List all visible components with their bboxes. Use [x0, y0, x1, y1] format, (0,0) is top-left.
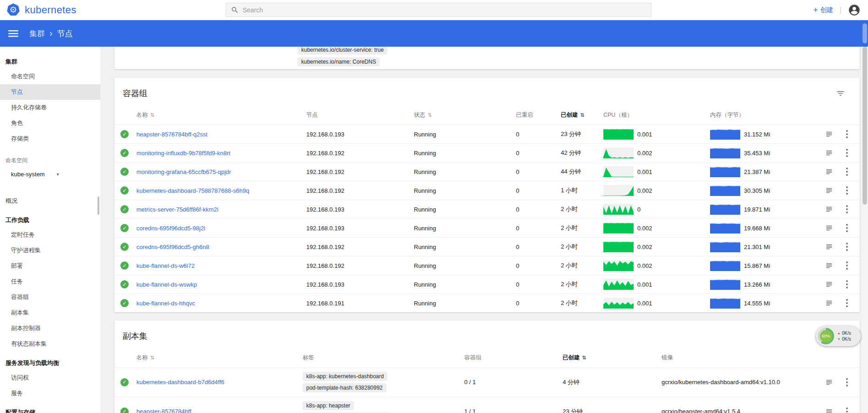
scrollbar-thumb-top[interactable]	[863, 23, 867, 43]
sidebar-item-persistent-volumes-label: 持久化存储卷	[11, 104, 47, 111]
sidebar-item-persistent-volumes[interactable]: 持久化存储卷	[0, 100, 100, 115]
logs-icon[interactable]	[825, 186, 833, 195]
top-header: kubernetes + 创建 |	[0, 0, 868, 20]
status-ok-icon: ✓	[120, 205, 129, 213]
resource-name-link[interactable]: coredns-695f96dcd5-98j2l	[136, 225, 205, 232]
pod-node: 192.168.0.191	[304, 300, 412, 307]
row-menu-icon[interactable]	[844, 279, 850, 289]
sidebar-item-nodes[interactable]: 节点	[0, 84, 100, 100]
row-menu-icon[interactable]	[844, 148, 850, 158]
row-menu-icon[interactable]	[844, 223, 850, 233]
sidebar-item-deployments[interactable]: 部署	[0, 258, 100, 274]
memory-sparkline	[710, 241, 740, 252]
resource-name-link[interactable]: kube-flannel-ds-wswkp	[136, 281, 197, 288]
column-header-label: 镜像	[662, 354, 673, 362]
sidebar-item-jobs[interactable]: 任务	[0, 274, 100, 289]
logs-icon[interactable]	[825, 378, 833, 386]
pod-age: 23 分钟	[559, 130, 602, 138]
resource-name-link[interactable]: kubernetes-dashboard-7588787688-s6h9q	[136, 187, 249, 194]
breadcrumb-parent[interactable]: 集群	[29, 28, 45, 39]
sort-arrows-icon: ⇅	[150, 355, 154, 361]
replicaset-pods: 1 / 1	[462, 408, 561, 413]
network-speed-widget[interactable]: 60% ▲ 0K/s ▼ 0K/s	[816, 326, 861, 346]
cpu-value: 0.002	[637, 262, 652, 269]
filter-icon[interactable]	[836, 89, 845, 98]
sidebar-item-stateful-sets[interactable]: 有状态副本集	[0, 336, 100, 352]
status-ok-icon: ✓	[120, 186, 129, 195]
page-scrollbar[interactable]	[862, 47, 868, 413]
resource-name-link[interactable]: metrics-server-75d6ff86f-kkm2l	[136, 206, 218, 213]
row-menu-icon[interactable]	[844, 242, 850, 252]
sidebar-item-namespaces[interactable]: 命名空间	[0, 69, 100, 84]
row-menu-icon[interactable]	[844, 129, 850, 139]
resource-name-link[interactable]: heapster-8576784bff-q2sst	[136, 131, 207, 138]
logs-icon[interactable]	[825, 224, 833, 232]
sidebar-item-nodes-label: 节点	[11, 88, 23, 95]
column-header: 已重启	[514, 111, 559, 119]
download-rate: 0K/s	[842, 337, 851, 342]
column-header[interactable]: 状态⇅	[412, 111, 514, 119]
sidebar-scrollbar-thumb[interactable]	[98, 196, 99, 215]
create-button[interactable]: + 创建	[813, 6, 833, 14]
logs-icon[interactable]	[825, 261, 833, 270]
status-ok-icon: ✓	[120, 224, 129, 232]
sidebar-item-cron-jobs[interactable]: 定时任务	[0, 227, 100, 243]
logs-icon[interactable]	[825, 299, 833, 307]
logs-icon[interactable]	[825, 280, 833, 288]
sidebar-item-pods[interactable]: 容器组	[0, 289, 100, 305]
resource-name-link[interactable]: kube-flannel-ds-w6l72	[136, 262, 195, 269]
row-menu-icon[interactable]	[844, 377, 850, 387]
resource-name-link[interactable]: monitoring-influxdb-9b78f5fd9-kn8rt	[136, 150, 230, 157]
column-header-label: 已重启	[516, 111, 533, 119]
sidebar-item-ingresses[interactable]: 访问权	[0, 370, 100, 386]
row-menu-icon[interactable]	[844, 407, 850, 413]
status-ok-icon: ✓	[120, 261, 129, 270]
row-menu-icon[interactable]	[844, 298, 850, 308]
page-scrollbar-thumb[interactable]	[863, 47, 867, 205]
menu-icon[interactable]	[8, 28, 18, 38]
replicaset-labels: k8s-app: kubernetes-dashboardpod-templat…	[301, 368, 462, 397]
resource-name-link[interactable]: heapster-8576784bff	[136, 408, 191, 413]
column-header[interactable]: 已创建⇅	[559, 111, 602, 119]
sidebar-select-namespace[interactable]: kube-system▾	[0, 166, 100, 182]
cpu-sparkline	[603, 260, 634, 271]
sidebar-item-replication-controllers[interactable]: 副本控制器	[0, 321, 100, 336]
memory-value: 13.266 Mi	[744, 281, 770, 288]
sidebar-item-services[interactable]: 服务	[0, 386, 100, 401]
resource-name-link[interactable]: monitoring-grafana-65ccfb675-qpjdr	[136, 168, 231, 175]
memory-sparkline	[710, 279, 740, 290]
cpu-sparkline	[603, 166, 634, 177]
row-menu-icon[interactable]	[844, 167, 850, 177]
logs-icon[interactable]	[825, 205, 833, 213]
column-header[interactable]: 名称⇅	[135, 111, 304, 119]
speed-gauge-percent: 60%	[820, 330, 832, 342]
replicaset-row: ✓kubernetes-dashboard-b7d6d4ff6k8s-app: …	[114, 367, 860, 397]
logs-icon[interactable]	[825, 168, 833, 176]
resource-name-link[interactable]: kube-flannel-ds-hhqvc	[136, 300, 195, 307]
sidebar-item-replica-sets[interactable]: 副本集	[0, 305, 100, 321]
row-menu-icon[interactable]	[844, 185, 850, 196]
sidebar-item-roles[interactable]: 角色	[0, 115, 100, 131]
speed-gauge: 60%	[818, 328, 834, 344]
pod-status: Running	[412, 244, 514, 250]
column-header[interactable]: 已创建⇅	[561, 354, 660, 362]
resource-name-link[interactable]: coredns-695f96dcd5-gh6n8	[136, 244, 209, 250]
pod-node: 192.168.0.192	[304, 150, 412, 157]
logs-icon[interactable]	[825, 243, 833, 251]
search-input[interactable]	[243, 6, 646, 14]
row-menu-icon[interactable]	[844, 204, 850, 214]
column-header-label: 状态	[414, 111, 425, 119]
logs-icon[interactable]	[825, 130, 833, 138]
sidebar-item-overview[interactable]: 概况	[0, 193, 100, 209]
kubernetes-logo[interactable]: kubernetes	[6, 3, 76, 17]
sidebar-item-storage-classes[interactable]: 存储类	[0, 131, 100, 147]
logs-icon[interactable]	[825, 149, 833, 157]
sidebar-item-daemon-sets[interactable]: 守护进程集	[0, 243, 100, 258]
account-icon[interactable]	[848, 4, 861, 16]
replicasets-table-body: ✓kubernetes-dashboard-b7d6d4ff6k8s-app: …	[114, 367, 860, 413]
replicaset-age: 23 分钟	[561, 408, 660, 413]
resource-name-link[interactable]: kubernetes-dashboard-b7d6d4ff6	[136, 379, 224, 386]
logs-icon[interactable]	[825, 408, 833, 413]
column-header[interactable]: 名称⇅	[135, 354, 301, 362]
row-menu-icon[interactable]	[844, 261, 850, 271]
